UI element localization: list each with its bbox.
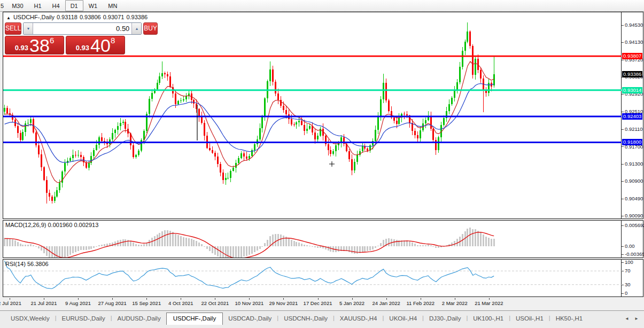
- date-label: 21 Jul 2021: [30, 300, 57, 306]
- date-label: 24 Jan 2022: [373, 300, 400, 306]
- rsi-pane-row: RSI(14) 56.3806 10070300: [3, 259, 643, 297]
- timeframe-mn[interactable]: MN: [103, 0, 122, 11]
- symbol-label: USDCHF-,Daily: [13, 14, 55, 20]
- timeframe-d1[interactable]: D1: [65, 0, 83, 11]
- buy-price-small: 0.93: [76, 43, 89, 53]
- date-tick: [421, 298, 421, 300]
- tick-dash-icon: [622, 293, 624, 294]
- buy-button[interactable]: BUY: [143, 22, 158, 35]
- date-label: 27 Aug 2021: [98, 300, 126, 306]
- tab-dj30-daily[interactable]: DJ30-,Daily: [424, 313, 466, 324]
- price-tick: 0.92110: [622, 127, 643, 132]
- price-tick: 0.91300: [622, 161, 643, 167]
- date-tick: [10, 298, 10, 300]
- chevron-down-icon: ▼: [26, 27, 30, 30]
- date-tick: [283, 298, 284, 300]
- rsi-axis: 10070300: [622, 260, 642, 296]
- tab-usdx-weekly[interactable]: USDX,Weekly: [5, 313, 55, 324]
- timeframe-w1[interactable]: W1: [83, 0, 103, 11]
- tab-usdcad-daily[interactable]: USDCAD-,Daily: [223, 313, 277, 324]
- sell-price-big: 38: [29, 37, 50, 53]
- rsi-label: RSI(14) 56.3806: [5, 261, 49, 267]
- sell-price-display[interactable]: 0.93 38 6: [5, 36, 64, 54]
- date-tick: [352, 298, 353, 300]
- buy-price-big: 40: [90, 37, 111, 53]
- tick-dash-icon: [622, 25, 624, 26]
- date-tick: [112, 298, 113, 300]
- date-label: 5 Jan 2022: [339, 300, 364, 306]
- tick-dash-icon: [622, 94, 624, 95]
- tab-usdchf-daily[interactable]: USDCHF-,Daily: [166, 313, 223, 325]
- tab-uk100-h1[interactable]: UK100-,H1: [468, 313, 509, 324]
- buy-price-display[interactable]: 0.93 40 8: [66, 36, 125, 54]
- price-tick: 0.94130: [622, 40, 643, 45]
- macd-plot[interactable]: MACD(12,26,9) 0.001960 0.002913: [3, 221, 622, 257]
- date-tick: [318, 298, 319, 300]
- date-label: 29 Nov 2021: [269, 300, 298, 306]
- volume-input[interactable]: [33, 23, 131, 34]
- timeframe-h4[interactable]: H4: [47, 0, 65, 11]
- sell-price-small: 0.93: [15, 43, 28, 53]
- chevron-up-icon: ▲: [135, 27, 138, 30]
- macd-tick: -0.00365: [622, 252, 644, 257]
- rsi-tick: 0: [622, 291, 627, 296]
- tick-dash-icon: [622, 60, 624, 60]
- tick-dash-icon: [622, 164, 624, 165]
- date-label: 15 Sep 2021: [132, 300, 161, 306]
- support-line-price: 0.93014: [622, 87, 642, 93]
- tab-ukoil-h4[interactable]: UKOil-,H4: [384, 313, 422, 324]
- tab-eurusd-daily[interactable]: EURUSD-,Daily: [57, 313, 111, 324]
- price-tick: 0.90090: [622, 213, 643, 218]
- chart-window: ▲USDCHF-,Daily0.931180.938060.930710.933…: [3, 12, 643, 308]
- date-label: 9 Aug 2021: [65, 300, 91, 306]
- tick-dash-icon: [622, 129, 624, 130]
- date-label: 22 Oct 2021: [201, 300, 229, 306]
- date-label: 10 Nov 2021: [235, 300, 263, 306]
- tab-usdcnh-daily[interactable]: USDCNH-,Daily: [278, 313, 333, 324]
- chart-tabs-bar: USDX,Weekly|EURUSD-,Daily|AUDUSD-,DailyU…: [0, 310, 644, 324]
- timeframe-m30[interactable]: M30: [6, 0, 28, 11]
- timeframe-h1[interactable]: H1: [29, 0, 47, 11]
- sell-price-pip: 6: [50, 37, 54, 44]
- tick-dash-icon: [622, 42, 624, 43]
- date-axis[interactable]: 2 Jul 202121 Jul 20219 Aug 202127 Aug 20…: [3, 298, 643, 308]
- tick-dash-icon: [622, 112, 624, 112]
- rsi-tick: 100: [622, 260, 633, 265]
- date-label: 11 Feb 2022: [406, 300, 434, 306]
- tick-dash-icon: [622, 146, 624, 147]
- volume-increase-button[interactable]: ▲: [131, 23, 141, 34]
- price-pane-row: ▲USDCHF-,Daily0.931180.938060.930710.933…: [3, 12, 643, 219]
- tab-hk50-h1[interactable]: HK50-,H1: [550, 313, 588, 324]
- resistance-line-price: 0.93807: [622, 53, 642, 59]
- date-tick: [249, 298, 250, 300]
- date-label: 4 Oct 2021: [168, 300, 193, 306]
- tick-dash-icon: [622, 271, 624, 271]
- rsi-plot[interactable]: RSI(14) 56.3806: [3, 260, 622, 296]
- tab-scroll-arrows[interactable]: ◄ ►: [625, 316, 641, 324]
- tick-dash-icon: [622, 262, 624, 263]
- tab-usoil-h1[interactable]: USOil-,H1: [510, 313, 549, 324]
- date-tick: [455, 298, 455, 300]
- date-label: 17 Dec 2021: [304, 300, 332, 306]
- tab-audusd-daily[interactable]: AUDUSD-,Daily: [112, 313, 166, 324]
- date-tick: [215, 298, 215, 300]
- sell-button[interactable]: SELL: [5, 22, 21, 35]
- price-axis[interactable]: 0.945300.941300.937200.933200.929200.925…: [622, 12, 642, 218]
- macd-axis: 0.0056920.00-0.00365: [622, 221, 642, 257]
- tab-xauusd-h4[interactable]: XAUUSD-,H4: [335, 313, 383, 324]
- price-tick: 0.90900: [622, 178, 643, 184]
- level-line-price-2: 0.91800: [622, 139, 642, 145]
- ohlc-high: 0.93806: [80, 14, 101, 20]
- volume-decrease-button[interactable]: ▼: [24, 23, 33, 34]
- date-tick: [181, 298, 181, 300]
- tick-dash-icon: [622, 225, 624, 226]
- chart-ohlc-header: ▲USDCHF-,Daily0.931180.938060.930710.933…: [6, 14, 150, 20]
- status-strip: [0, 324, 644, 328]
- date-tick: [146, 298, 147, 300]
- timeframe-5[interactable]: 5: [0, 0, 6, 11]
- collapse-triangle-icon[interactable]: ▲: [6, 15, 11, 20]
- price-chart-plot[interactable]: ▲USDCHF-,Daily0.931180.938060.930710.933…: [3, 12, 622, 218]
- date-label: 21 Mar 2022: [475, 300, 503, 306]
- date-tick: [489, 298, 490, 300]
- date-label: 2 Mar 2022: [442, 300, 468, 306]
